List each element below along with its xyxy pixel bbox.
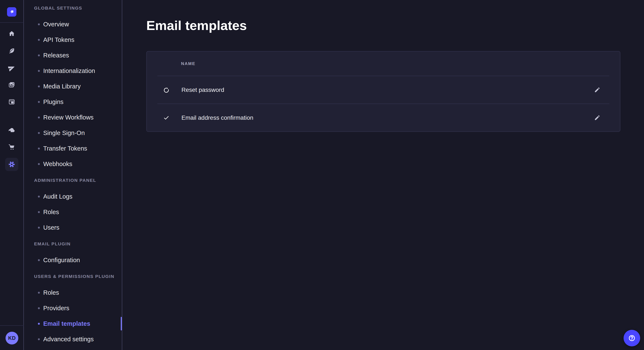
bullet-icon bbox=[38, 54, 40, 56]
layout-icon[interactable] bbox=[0, 93, 24, 110]
sidebar-item-api-tokens[interactable]: API Tokens bbox=[24, 32, 122, 48]
bullet-icon bbox=[38, 148, 40, 150]
sidebar-item-audit-logs[interactable]: Audit Logs bbox=[24, 189, 122, 204]
nav-section-administration-panel: ADMINISTRATION PANEL Audit Logs Roles Us… bbox=[24, 177, 122, 235]
sidebar-item-advanced-settings[interactable]: Advanced settings bbox=[24, 332, 122, 347]
section-header: EMAIL PLUGIN bbox=[24, 240, 122, 247]
table-header-row: NAME bbox=[147, 51, 620, 76]
email-templates-table: NAME Reset password bbox=[146, 51, 620, 132]
sidebar-item-email-configuration[interactable]: Configuration bbox=[24, 252, 122, 268]
user-avatar[interactable]: KD bbox=[6, 332, 18, 345]
sidebar-item-label: Overview bbox=[43, 21, 69, 28]
refresh-icon bbox=[163, 87, 170, 93]
sidebar-item-single-sign-on[interactable]: Single Sign-On bbox=[24, 125, 122, 141]
gear-active-pill bbox=[5, 158, 18, 171]
sidebar-item-label: Webhooks bbox=[43, 161, 72, 168]
bullet-icon bbox=[38, 101, 40, 103]
sidebar-item-providers[interactable]: Providers bbox=[24, 301, 122, 316]
sidebar-item-label: Configuration bbox=[43, 257, 80, 264]
nav-section-global-settings: GLOBAL SETTINGS Overview API Tokens Rele… bbox=[24, 5, 122, 172]
name-column-header: NAME bbox=[181, 61, 196, 66]
bullet-icon bbox=[38, 39, 40, 41]
sidebar-item-label: Releases bbox=[43, 52, 69, 59]
bullet-icon bbox=[38, 338, 40, 340]
bullet-icon bbox=[38, 259, 40, 261]
sidebar-item-label: Roles bbox=[43, 289, 59, 296]
sidebar-item-label: Advanced settings bbox=[43, 336, 94, 343]
sidebar-item-label: Audit Logs bbox=[43, 193, 72, 200]
bullet-icon bbox=[38, 323, 40, 325]
sidebar-item-label: Plugins bbox=[43, 98, 64, 105]
bullet-icon bbox=[38, 196, 40, 197]
bullet-icon bbox=[38, 163, 40, 165]
section-header: GLOBAL SETTINGS bbox=[24, 5, 122, 11]
sidebar-item-internationalization[interactable]: Internationalization bbox=[24, 63, 122, 79]
section-header: USERS & PERMISSIONS PLUGIN bbox=[24, 273, 122, 280]
sidebar-item-label: Single Sign-On bbox=[43, 130, 85, 137]
bullet-icon bbox=[38, 23, 40, 25]
cloud-icon[interactable] bbox=[0, 121, 24, 138]
bullet-icon bbox=[38, 211, 40, 213]
sidebar-item-transfer-tokens[interactable]: Transfer Tokens bbox=[24, 141, 122, 156]
rail-nav bbox=[0, 23, 24, 173]
page-title: Email templates bbox=[146, 18, 620, 33]
bullet-icon bbox=[38, 227, 40, 229]
edit-pencil-icon[interactable] bbox=[592, 113, 602, 123]
question-mark-icon bbox=[628, 334, 636, 342]
sidebar-item-webhooks[interactable]: Webhooks bbox=[24, 156, 122, 172]
strapi-logo-glyph bbox=[8, 9, 15, 15]
help-button[interactable] bbox=[624, 330, 640, 347]
section-header: ADMINISTRATION PANEL bbox=[24, 177, 122, 184]
gear-icon[interactable] bbox=[0, 156, 24, 173]
sidebar-item-label: Providers bbox=[43, 305, 70, 312]
sidebar-item-label: Email templates bbox=[43, 320, 90, 327]
sidebar-item-label: Transfer Tokens bbox=[43, 145, 87, 152]
settings-sidebar: GLOBAL SETTINGS Overview API Tokens Rele… bbox=[24, 0, 122, 350]
template-name: Email address confirmation bbox=[182, 114, 254, 121]
bullet-icon bbox=[38, 85, 40, 87]
check-icon bbox=[163, 114, 170, 121]
nav-section-users-permissions-plugin: USERS & PERMISSIONS PLUGIN Roles Provide… bbox=[24, 273, 122, 347]
bullet-icon bbox=[38, 307, 40, 309]
bullet-icon bbox=[38, 117, 40, 118]
shopping-cart-icon[interactable] bbox=[0, 138, 24, 156]
icon-sidebar: KD bbox=[0, 0, 24, 350]
sidebar-item-label: Users bbox=[43, 224, 60, 231]
sidebar-item-releases[interactable]: Releases bbox=[24, 48, 122, 63]
sidebar-item-email-templates[interactable]: Email templates bbox=[24, 316, 122, 332]
sidebar-item-admin-users[interactable]: Users bbox=[24, 220, 122, 235]
home-icon[interactable] bbox=[0, 25, 24, 42]
sidebar-item-label: Review Workflows bbox=[43, 114, 94, 121]
sidebar-item-label: Roles bbox=[43, 209, 59, 216]
table-row-email-address-confirmation[interactable]: Email address confirmation bbox=[147, 104, 620, 131]
rail-bottom: KD bbox=[0, 325, 24, 350]
sidebar-item-up-roles[interactable]: Roles bbox=[24, 285, 122, 301]
main-content: Email templates NAME Reset password bbox=[122, 0, 644, 350]
sidebar-item-label: Media Library bbox=[43, 83, 81, 90]
edit-pencil-icon[interactable] bbox=[592, 85, 602, 95]
sidebar-item-label: Internationalization bbox=[43, 67, 95, 74]
bullet-icon bbox=[38, 70, 40, 72]
sidebar-item-admin-roles[interactable]: Roles bbox=[24, 204, 122, 220]
feather-icon[interactable] bbox=[0, 42, 24, 59]
paper-plane-icon[interactable] bbox=[0, 59, 24, 76]
active-item-indicator bbox=[121, 317, 122, 331]
bullet-icon bbox=[38, 292, 40, 294]
nav-section-email-plugin: EMAIL PLUGIN Configuration bbox=[24, 240, 122, 268]
sidebar-item-media-library[interactable]: Media Library bbox=[24, 79, 122, 94]
rail-divider-bottom bbox=[0, 325, 24, 326]
sidebar-item-review-workflows[interactable]: Review Workflows bbox=[24, 110, 122, 125]
strapi-logo[interactable] bbox=[7, 7, 16, 16]
table-row-reset-password[interactable]: Reset password bbox=[147, 76, 620, 104]
media-library-icon[interactable] bbox=[0, 76, 24, 93]
sidebar-item-plugins[interactable]: Plugins bbox=[24, 94, 122, 110]
bullet-icon bbox=[38, 132, 40, 134]
sidebar-item-overview[interactable]: Overview bbox=[24, 16, 122, 32]
template-name: Reset password bbox=[182, 87, 224, 93]
sidebar-item-label: API Tokens bbox=[43, 36, 74, 43]
